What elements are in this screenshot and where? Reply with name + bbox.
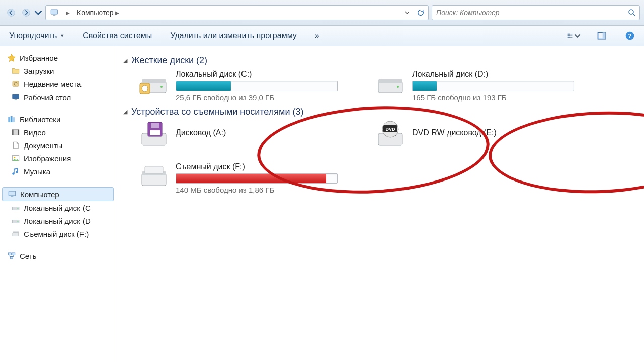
breadcrumb-computer[interactable]: Компьютер ▶ [74, 7, 122, 18]
back-button[interactable] [4, 6, 18, 20]
drive-a-title: Дисковод (A:) [176, 128, 350, 137]
search-input[interactable] [435, 8, 627, 17]
uninstall-program-button[interactable]: Удалить или изменить программу [168, 29, 299, 43]
disk-c-label: Локальный диск (C [24, 204, 91, 212]
drive-d-sub: 165 ГБ свободно из 193 ГБ [412, 93, 586, 102]
network-group[interactable]: Сеть [0, 249, 116, 262]
recent-item[interactable]: Недавние места [0, 77, 116, 90]
svg-point-43 [142, 85, 148, 92]
svg-rect-6 [568, 34, 570, 35]
nav-buttons [4, 6, 42, 20]
drive-c-usage-bar [176, 81, 338, 91]
hdd-icon [138, 70, 170, 96]
preview-pane-button[interactable] [595, 29, 609, 43]
svg-rect-21 [11, 116, 13, 122]
desktop-item[interactable]: Рабочий стол [0, 90, 116, 104]
removable-drive-icon [138, 162, 170, 189]
hdd-list: Локальный диск (C:) 25,6 ГБ свободно из … [138, 70, 637, 102]
computer-group[interactable]: Компьютер [2, 187, 114, 201]
documents-label: Документы [24, 141, 62, 150]
search-box[interactable] [432, 5, 640, 20]
disk-c-item[interactable]: Локальный диск (C [0, 201, 116, 214]
svg-rect-40 [142, 79, 166, 83]
breadcrumb-label: Компьютер [77, 9, 113, 17]
dvd-icon: DVD [375, 121, 406, 147]
svg-rect-16 [13, 81, 19, 87]
collapse-icon: ◢ [123, 109, 127, 115]
video-item[interactable]: Видео [0, 126, 116, 139]
svg-rect-19 [15, 99, 17, 100]
svg-point-41 [160, 86, 163, 88]
breadcrumb[interactable]: ▶ Компьютер ▶ [45, 5, 429, 20]
music-item[interactable]: Музыка [0, 165, 116, 178]
pictures-icon [11, 154, 20, 163]
forward-button[interactable] [19, 6, 33, 20]
music-label: Музыка [24, 167, 50, 176]
sys-props-label: Свойства системы [83, 31, 152, 40]
svg-rect-11 [570, 37, 572, 38]
toolbar-overflow[interactable]: » [313, 29, 321, 43]
search-icon [627, 8, 636, 17]
chevron-down-icon: ▼ [60, 33, 64, 38]
history-dropdown[interactable] [34, 6, 42, 20]
section-hdd-label: Жесткие диски (2) [131, 55, 207, 66]
svg-point-46 [397, 86, 399, 88]
svg-rect-35 [13, 232, 19, 233]
drive-e[interactable]: DVD DVD RW дисковод (E:) [375, 121, 586, 147]
downloads-item[interactable]: Загрузки [0, 64, 116, 77]
pictures-label: Изображения [24, 154, 71, 163]
libraries-label: Библиотеки [20, 115, 60, 124]
svg-rect-24 [12, 130, 13, 135]
drive-d-usage-bar [412, 81, 574, 91]
breadcrumb-root[interactable]: ▶ [63, 9, 73, 17]
body: Избранное Загрузки Недавние места Рабочи… [0, 46, 644, 362]
drive-f[interactable]: Съемный диск (F:) 140 МБ свободно из 1,8… [138, 162, 350, 194]
removable-list: Дисковод (A:) DVD DVD RW дисковод (E:) [138, 121, 637, 194]
disk-f-item[interactable]: Съемный диск (F:) [0, 227, 116, 240]
disk-d-item[interactable]: Локальный диск (D [0, 214, 116, 227]
drive-d[interactable]: Локальный диск (D:) 165 ГБ свободно из 1… [375, 70, 586, 102]
section-hdd[interactable]: ◢ Жесткие диски (2) [123, 55, 637, 66]
hdd-icon [375, 70, 406, 96]
refresh-button[interactable] [414, 6, 427, 19]
disk-f-label: Съемный диск (F:) [24, 230, 89, 238]
svg-rect-28 [9, 191, 16, 196]
computer-icon[interactable] [47, 7, 62, 19]
svg-point-0 [8, 9, 15, 17]
svg-rect-20 [8, 117, 10, 123]
svg-rect-9 [570, 34, 572, 34]
uninstall-label: Удалить или изменить программу [170, 31, 297, 40]
svg-rect-51 [150, 130, 160, 135]
path-dropdown[interactable] [401, 7, 413, 19]
drive-d-title: Локальный диск (D:) [412, 70, 586, 79]
address-bar: ▶ Компьютер ▶ [0, 0, 644, 26]
section-removable[interactable]: ◢ Устройства со съемными носителями (3) [123, 107, 637, 117]
organize-label: Упорядочить [9, 31, 57, 40]
svg-rect-37 [12, 253, 15, 255]
svg-rect-36 [8, 253, 11, 255]
svg-point-33 [18, 221, 19, 222]
svg-rect-18 [12, 94, 19, 99]
svg-rect-3 [53, 15, 56, 16]
libraries-group[interactable]: Библиотеки [0, 113, 116, 126]
system-properties-button[interactable]: Свойства системы [80, 29, 154, 43]
organize-menu[interactable]: Упорядочить ▼ [7, 29, 66, 43]
favorites-group[interactable]: Избранное [0, 51, 116, 64]
svg-point-31 [18, 208, 19, 209]
drive-a[interactable]: Дисковод (A:) [138, 121, 350, 147]
drive-c-title: Локальный диск (C:) [176, 70, 350, 79]
network-label: Сеть [20, 252, 36, 260]
recent-icon [11, 79, 20, 88]
help-button[interactable]: ? [623, 29, 637, 43]
drive-c[interactable]: Локальный диск (C:) 25,6 ГБ свободно из … [138, 70, 350, 102]
video-icon [11, 128, 20, 137]
content-pane: ◢ Жесткие диски (2) Локальный диск (C:) … [116, 46, 644, 362]
overflow-label: » [315, 31, 319, 40]
computer-icon [8, 190, 17, 199]
pictures-item[interactable]: Изображения [0, 152, 116, 165]
svg-rect-38 [11, 257, 13, 259]
change-view-button[interactable] [567, 29, 581, 43]
svg-rect-25 [18, 130, 19, 135]
drive-c-sub: 25,6 ГБ свободно из 39,0 ГБ [176, 93, 350, 102]
documents-item[interactable]: Документы [0, 139, 116, 152]
